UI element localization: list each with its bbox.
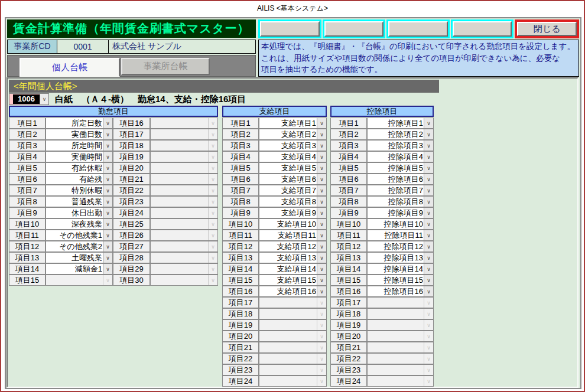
item-select[interactable]: 所定時間∨ bbox=[46, 140, 113, 151]
chevron-down-icon: ∨ bbox=[317, 320, 326, 330]
item-select[interactable]: 控除項目4∨ bbox=[367, 151, 434, 162]
item-select[interactable]: 控除項目10∨ bbox=[367, 218, 434, 230]
table-row: 項目14控除項目14∨ bbox=[330, 263, 434, 275]
table-row: 項目20∨ bbox=[330, 331, 434, 342]
chevron-down-icon: ∨ bbox=[317, 376, 326, 386]
item-select[interactable]: 支給項目12∨ bbox=[259, 241, 327, 252]
blank-button-2[interactable] bbox=[324, 21, 384, 37]
blank-button-1[interactable] bbox=[260, 21, 320, 37]
item-select[interactable]: 支給項目13∨ bbox=[259, 252, 327, 263]
item-select[interactable]: 控除項目6∨ bbox=[367, 174, 434, 185]
item-select[interactable]: 控除項目3∨ bbox=[367, 140, 434, 151]
item-value: 控除項目4 bbox=[368, 152, 424, 162]
chevron-down-icon: ∨ bbox=[103, 185, 112, 195]
item-select[interactable]: 控除項目13∨ bbox=[367, 252, 434, 263]
item-select[interactable]: 控除項目9∨ bbox=[367, 207, 434, 218]
item-label: 項目12 bbox=[222, 241, 259, 252]
item-select[interactable]: 実働時間∨ bbox=[46, 151, 113, 162]
item-select[interactable]: その他残業2∨ bbox=[46, 241, 113, 252]
payment-items-table: 支給項目 項目1支給項目1∨項目2支給項目2∨項目3支給項目3∨項目4支給項目4… bbox=[222, 106, 327, 387]
item-select[interactable]: 控除項目1∨ bbox=[367, 117, 434, 129]
item-select[interactable]: 支給項目4∨ bbox=[259, 151, 327, 162]
item-select[interactable]: 控除項目2∨ bbox=[367, 129, 434, 140]
item-select[interactable]: 支給項目11∨ bbox=[259, 230, 327, 241]
chevron-down-icon: ∨ bbox=[317, 129, 326, 139]
tab-office-ledger[interactable]: 事業所台帳 bbox=[121, 58, 210, 75]
table-row: 項目2控除項目2∨ bbox=[330, 129, 434, 140]
item-value: 普通残業 bbox=[46, 197, 103, 207]
table-row: 項目8支給項目8∨ bbox=[222, 196, 327, 207]
chevron-down-icon: ∨ bbox=[103, 219, 112, 229]
chevron-down-icon: ∨ bbox=[424, 163, 433, 173]
item-value bbox=[151, 219, 208, 229]
item-label: 項目8 bbox=[222, 196, 259, 207]
item-select[interactable]: 所定日数∨ bbox=[46, 117, 113, 129]
chevron-down-icon: ∨ bbox=[317, 185, 326, 195]
item-select[interactable]: 控除項目11∨ bbox=[367, 230, 434, 241]
chevron-down-icon: ∨ bbox=[317, 219, 326, 229]
tab-personal-ledger[interactable]: 個人台帳 bbox=[20, 58, 120, 77]
item-select[interactable]: 控除項目16∨ bbox=[367, 286, 434, 297]
item-select[interactable]: 控除項目15∨ bbox=[367, 275, 434, 286]
item-value bbox=[368, 354, 424, 364]
item-select[interactable]: 控除項目12∨ bbox=[367, 241, 434, 252]
item-select[interactable]: 支給項目7∨ bbox=[259, 185, 327, 196]
item-select[interactable]: その他残業1∨ bbox=[46, 230, 113, 241]
item-select: ∨ bbox=[150, 196, 218, 207]
item-select: ∨ bbox=[150, 117, 218, 129]
item-label: 項目17 bbox=[222, 297, 259, 308]
item-select[interactable]: 普通残業∨ bbox=[46, 196, 113, 207]
chevron-down-icon: ∨ bbox=[103, 253, 112, 263]
item-select[interactable]: 支給項目1∨ bbox=[259, 117, 327, 129]
item-select[interactable]: 支給項目9∨ bbox=[259, 207, 327, 218]
item-select[interactable]: 休日出勤∨ bbox=[46, 207, 113, 218]
item-select[interactable]: 深夜残業∨ bbox=[46, 218, 113, 230]
item-select[interactable]: 控除項目7∨ bbox=[367, 185, 434, 196]
item-value: 控除項目6 bbox=[368, 174, 424, 184]
table-body: 項目1支給項目1∨項目2支給項目2∨項目3支給項目3∨項目4支給項目4∨項目5支… bbox=[222, 117, 327, 387]
table-row: 項目7特別休暇∨項目22∨ bbox=[9, 185, 218, 196]
item-select[interactable]: 控除項目14∨ bbox=[367, 263, 434, 275]
blank-button-3[interactable] bbox=[388, 21, 448, 37]
table-header: 支給項目 bbox=[222, 106, 327, 117]
item-select[interactable]: 支給項目15∨ bbox=[259, 275, 327, 286]
item-value: 支給項目1 bbox=[259, 118, 317, 128]
item-label: 項目8 bbox=[9, 196, 46, 207]
item-label: 項目23 bbox=[330, 364, 367, 375]
item-select[interactable]: 支給項目8∨ bbox=[259, 196, 327, 207]
item-label: 項目19 bbox=[222, 319, 259, 331]
item-select[interactable]: 有給休暇∨ bbox=[46, 162, 113, 174]
item-select[interactable]: 支給項目2∨ bbox=[259, 129, 327, 140]
chevron-down-icon[interactable]: ∨ bbox=[40, 94, 48, 104]
item-select: ∨ bbox=[259, 297, 327, 308]
item-select[interactable]: 有給残∨ bbox=[46, 174, 113, 185]
chevron-down-icon: ∨ bbox=[208, 129, 217, 139]
chevron-down-icon: ∨ bbox=[424, 185, 433, 195]
table-row: 項目17∨ bbox=[222, 297, 327, 308]
item-select[interactable]: 土曜残業∨ bbox=[46, 252, 113, 263]
item-select[interactable]: 支給項目5∨ bbox=[259, 162, 327, 174]
item-select: ∨ bbox=[259, 319, 327, 331]
blank-button-4[interactable] bbox=[453, 21, 512, 37]
item-select[interactable]: 減額金1∨ bbox=[46, 263, 113, 275]
item-select[interactable]: 控除項目8∨ bbox=[367, 196, 434, 207]
table-row: 項目11その他残業1∨項目26∨ bbox=[9, 230, 218, 241]
close-button[interactable]: 閉じる bbox=[517, 22, 577, 36]
item-select: ∨ bbox=[367, 353, 434, 364]
item-select[interactable]: 実働日数∨ bbox=[46, 129, 113, 140]
item-select: ∨ bbox=[150, 207, 218, 218]
table-row: 項目5控除項目5∨ bbox=[330, 162, 434, 174]
table-body: 項目1所定日数∨項目16∨項目2実働日数∨項目17∨項目3所定時間∨項目18∨項… bbox=[9, 117, 218, 286]
item-value bbox=[151, 118, 208, 128]
item-select[interactable]: 支給項目16∨ bbox=[259, 286, 327, 297]
item-select: ∨ bbox=[150, 185, 218, 196]
item-select[interactable]: 支給項目6∨ bbox=[259, 174, 327, 185]
chevron-down-icon: ∨ bbox=[424, 275, 433, 285]
item-select[interactable]: 支給項目10∨ bbox=[259, 218, 327, 230]
item-select[interactable]: 支給項目14∨ bbox=[259, 263, 327, 275]
item-select[interactable]: 特別休暇∨ bbox=[46, 185, 113, 196]
item-select[interactable]: 支給項目3∨ bbox=[259, 140, 327, 151]
format-combobox[interactable]: 1006 ∨ bbox=[9, 93, 49, 105]
item-select[interactable]: 控除項目5∨ bbox=[367, 162, 434, 174]
table-row: 項目4支給項目4∨ bbox=[222, 151, 327, 162]
